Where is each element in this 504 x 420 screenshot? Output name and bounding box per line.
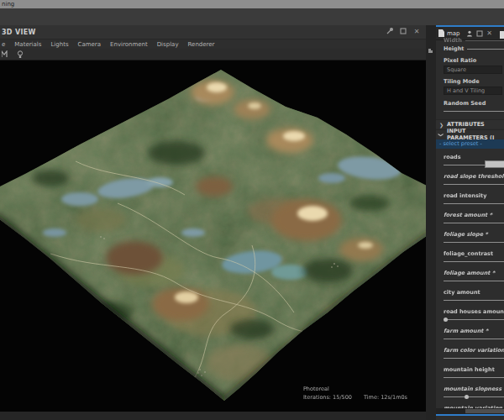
param-row: road intensity	[436, 192, 504, 206]
terrain-render	[0, 60, 426, 412]
chevron-right-icon: ❯	[439, 122, 444, 128]
window-titlebar[interactable]: ning	[0, 0, 504, 8]
select-preset-dropdown[interactable]: - select preset -	[436, 139, 504, 149]
param-label: farm color variation *	[436, 347, 504, 354]
slider-track[interactable]	[444, 300, 504, 301]
param-row: roads	[436, 154, 504, 167]
menu-item-e[interactable]: e	[2, 41, 5, 48]
menu-item-display[interactable]: Display	[157, 41, 179, 48]
slider-track[interactable]	[444, 184, 504, 185]
param-slider[interactable]	[444, 202, 504, 206]
param-row: foliage_contrast	[436, 250, 504, 264]
pane-grip-icon[interactable]	[428, 48, 433, 55]
param-slider[interactable]	[444, 109, 504, 113]
slider-track[interactable]	[467, 49, 504, 50]
slider-track[interactable]	[444, 281, 504, 281]
param-row: farm color variation *	[436, 347, 504, 360]
slider-track[interactable]	[444, 261, 504, 262]
scrollbar-thumb[interactable]	[465, 409, 504, 413]
app-window: ning 3D VIEW ✕ eMaterialsLightsCameraEnv…	[0, 0, 504, 420]
viewport-toolbar	[0, 49, 426, 60]
float-panel-icon[interactable]	[475, 29, 484, 38]
render-status: Photoreal Iterations: 15/500Time: 12s/1m…	[303, 385, 419, 402]
param-label: city amount	[436, 289, 504, 296]
tab-map[interactable]: map	[447, 30, 460, 37]
param-slider[interactable]	[444, 356, 504, 360]
dropdown-tiling-mode[interactable]: H and V Tiling	[444, 87, 502, 95]
param-slider[interactable]	[444, 395, 504, 399]
slider-track[interactable]	[444, 377, 504, 378]
chevron-down-icon: ❯	[438, 132, 444, 136]
param-slider[interactable]	[444, 298, 504, 302]
param-label: forest amount *	[436, 212, 504, 218]
3d-view-header[interactable]: 3D VIEW ✕	[0, 25, 426, 39]
size-label-width: Width	[436, 37, 462, 44]
titlebar-text: ning	[2, 1, 14, 8]
param-slider[interactable]	[465, 39, 504, 43]
lightbulb-icon[interactable]	[17, 50, 24, 60]
param-row: mountain slopness *	[436, 386, 504, 399]
slider-track[interactable]	[444, 203, 504, 204]
field-label-tiling-mode: Tiling Mode	[436, 78, 504, 85]
graph-doc-icon	[438, 29, 444, 37]
pane-divider[interactable]	[426, 25, 436, 420]
slider-track[interactable]	[444, 339, 504, 339]
param-slider[interactable]	[444, 318, 504, 322]
param-row: forest amount *	[436, 212, 504, 225]
menu-item-renderer[interactable]: Renderer	[188, 41, 215, 48]
slider-track[interactable]	[444, 242, 504, 243]
slider-track[interactable]	[444, 396, 504, 397]
slider-knob[interactable]	[444, 318, 448, 322]
param-slider[interactable]	[444, 260, 504, 264]
param-slider[interactable]	[444, 375, 504, 380]
param-label: farm amount *	[436, 328, 504, 334]
viewport-menubar: eMaterialsLightsCameraEnvironmentDisplay…	[0, 39, 426, 49]
param-label: road slope threshold *	[436, 173, 504, 180]
3d-viewport[interactable]: Photoreal Iterations: 15/500Time: 12s/1m…	[0, 60, 426, 412]
slider-track[interactable]	[465, 40, 504, 41]
menu-item-materials[interactable]: Materials	[14, 41, 41, 48]
dropdown-pixel-ratio[interactable]: Square	[444, 66, 502, 74]
param-row: road houses amount	[436, 308, 504, 322]
param-row: foliage slope *	[436, 231, 504, 244]
param-slider[interactable]	[444, 221, 504, 225]
param-label: roads	[436, 154, 504, 160]
slider-track[interactable]	[444, 111, 504, 112]
param-slider[interactable]	[444, 337, 504, 341]
param-row: city amount	[436, 289, 504, 302]
roads-input-swatch[interactable]	[485, 160, 504, 168]
section-title: ATTRIBUTES	[447, 121, 485, 128]
param-slider[interactable]	[444, 182, 504, 186]
random-seed-label: Random Seed	[436, 100, 504, 107]
slider-track[interactable]	[444, 223, 504, 223]
param-slider[interactable]	[444, 279, 504, 283]
field-label-pixel-ratio: Pixel Ratio	[436, 57, 504, 64]
param-label: mountain height	[436, 366, 504, 373]
slider-track[interactable]	[444, 358, 504, 359]
menu-item-camera[interactable]: Camera	[78, 41, 101, 48]
section-header-input-parameters-i[interactable]: ❯INPUT PARAMETERS (I	[436, 129, 504, 139]
slider-knob[interactable]	[465, 395, 469, 399]
param-label: road houses amount	[436, 308, 504, 315]
pin-user-icon[interactable]	[465, 29, 474, 38]
time-label: Time: 12s/1m0s	[364, 394, 407, 401]
menu-item-environment[interactable]: Environment	[110, 41, 148, 48]
float-window-icon[interactable]	[399, 27, 407, 35]
size-label-height: Height	[436, 45, 464, 52]
iterations-label: Iterations: 15/500	[303, 394, 352, 401]
toolbar-partial-icon[interactable]	[2, 50, 8, 60]
param-label: mountain slopness *	[436, 386, 504, 392]
param-row: mountain height	[436, 366, 504, 380]
param-slider[interactable]	[444, 240, 504, 244]
param-slider[interactable]	[467, 47, 504, 51]
slider-track[interactable]	[444, 319, 504, 320]
3d-view-pane: 3D VIEW ✕ eMaterialsLightsCameraEnvironm…	[0, 25, 426, 420]
close-panel-icon[interactable]: ✕	[486, 29, 494, 38]
renderer-name: Photoreal	[303, 385, 419, 393]
param-row: farm amount *	[436, 328, 504, 341]
top-toolbar-strip	[0, 8, 504, 25]
horizontal-scrollbar[interactable]	[436, 408, 504, 414]
menu-item-lights[interactable]: Lights	[50, 41, 68, 48]
close-icon[interactable]: ✕	[412, 27, 421, 35]
pin-icon[interactable]	[386, 27, 394, 35]
